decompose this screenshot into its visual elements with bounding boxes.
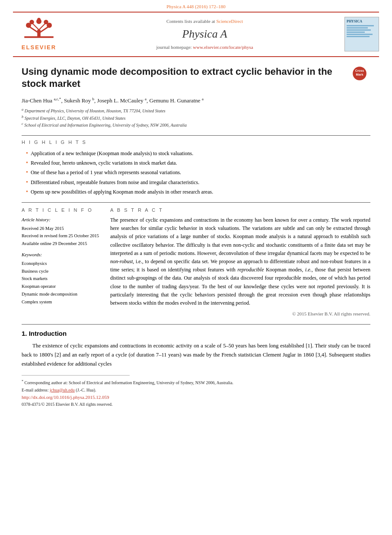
sup-a: a [22,108,23,111]
affil-b: b [92,97,95,101]
affiliation-a: a Department of Physics, University of H… [22,107,370,114]
abstract-column: A B S T R A C T The presence of cyclic e… [110,207,370,318]
elsevier-brand-text: ELSEVIER [22,44,56,51]
highlight-item-4: Differentiated robust, repeatable featur… [26,178,370,187]
keyword-2: Business cycle [22,268,102,275]
journal-header: ELSEVIER Contents lists available at Sci… [13,13,379,57]
date-received: Received 26 May 2015 [22,225,102,232]
svg-rect-1 [37,30,41,37]
author-email-link[interactable]: jchua@uh.edu [50,388,75,392]
footnote-corresponding-text: Corresponding author at: School of Elect… [25,381,234,385]
article-info-abstract-columns: A R T I C L E I N F O Article history: R… [22,207,370,318]
svg-point-10 [47,23,52,28]
highlight-item-1: Application of a new technique (Koopman … [26,149,370,158]
elsevier-tree-icon [22,17,56,43]
highlights-label: H I G H L I G H T S [22,139,370,146]
author-mccauley: Joseph L. McCauley a [97,97,147,104]
footnote-issn-line: 0378-4371/© 2015 Elsevier B.V. All right… [22,401,370,408]
doi-link[interactable]: http://dx.doi.org/10.1016/j.physa.2015.1… [22,395,109,400]
footnote-doi-line: http://dx.doi.org/10.1016/j.physa.2015.1… [22,394,370,401]
keyword-3: Stock markets [22,275,102,283]
intro-heading: 1. Introduction [22,329,370,338]
journal-citation: Physica A 448 (2016) 172–180 [166,4,225,9]
sciencedirect-link[interactable]: ScienceDirect [216,19,243,24]
journal-homepage-link[interactable]: www.elsevier.com/locate/physa [193,45,253,50]
affil-a2: a [145,97,147,101]
abstract-label: A B S T R A C T [110,207,370,213]
journal-citation-bar: Physica A 448 (2016) 172–180 [0,0,392,12]
email-suffix: (J.-C. Hua). [76,388,96,392]
affil-a3: a [202,97,204,101]
copyright-text: © 2015 Elsevier B.V. All rights reserved… [110,311,370,317]
intro-paragraph: The existence of cyclic expansions and c… [22,341,370,368]
keywords-heading: Keywords: [22,251,102,259]
date-online: Available online 29 December 2015 [22,240,102,248]
cover-line-1 [347,25,374,26]
highlight-item-2: Revealed four, hereto unknown, cyclic va… [26,158,370,168]
svg-point-7 [29,20,34,25]
affiliations-block: a Department of Physics, University of H… [22,107,370,128]
date-revised: Received in revised form 25 October 2015 [22,232,102,240]
cover-line-4 [347,32,365,33]
elsevier-logo: ELSEVIER [13,17,65,51]
sup-b: b [22,115,23,119]
sup-c: c [22,122,23,126]
author-jia-chen: Jia-Chen Hua a,c,* [22,97,61,104]
keyword-5: Dynamic mode decomposition [22,290,102,298]
page: Physica A 448 (2016) 172–180 [0,0,392,535]
affiliation-b: b Spectral Energies, LLC, Dayton, OH 454… [22,115,370,121]
footnote-email-line: E-mail address: jchua@uh.edu (J.-C. Hua)… [22,387,370,394]
article-title-row: Using dynamic mode decomposition to extr… [22,66,370,90]
journal-name: Physica A [65,26,344,42]
highlights-top-divider [22,135,370,136]
svg-text:Cross: Cross [355,69,364,73]
history-heading: Article history: [22,216,102,224]
cover-line-5 [347,34,373,35]
svg-point-11 [37,18,41,22]
cover-line-2 [347,27,368,29]
highlights-bottom-divider [22,202,370,203]
crossmark-icon: Cross Mark [352,66,367,81]
cover-line-3 [347,29,371,31]
authors-line: Jia-Chen Hua a,c,*, Sukesh Roy b, Joseph… [22,96,370,105]
main-content: Using dynamic mode decomposition to extr… [0,66,392,408]
journal-cover-thumbnail: PHYSICA [344,17,379,51]
keyword-4: Koopman operator [22,283,102,290]
keyword-1: Econophysics [22,260,102,268]
affil-a-c-star: a,c,* [54,97,61,101]
email-label: E-mail address: [22,388,48,392]
abstract-body: The presence of cyclic expansions and co… [110,216,370,307]
intro-text-body: The existence of cyclic expansions and c… [22,341,370,368]
keyword-6: Complex system [22,298,102,306]
author-sukesh: Sukesh Roy b [64,97,94,104]
article-dates: Received 26 May 2015 Received in revised… [22,225,102,248]
article-info-column: A R T I C L E I N F O Article history: R… [22,207,102,318]
introduction-section: 1. Introduction The existence of cyclic … [22,324,370,368]
highlight-item-5: Opens up new possibilities of applying K… [26,187,370,197]
svg-text:Mark: Mark [356,73,363,76]
cover-title: PHYSICA [347,19,362,24]
footnote-star-symbol: * [22,379,23,383]
article-history-section: Article history: Received 26 May 2015 Re… [22,216,102,306]
cover-decorative-lines [347,25,377,37]
journal-center-info: Contents lists available at ScienceDirec… [65,18,344,51]
highlight-item-3: One of these has a period of 1 year whic… [26,168,370,177]
cover-line-6 [347,36,370,37]
footnote-divider [22,375,130,376]
footnote-area: * Corresponding author at: School of Ele… [22,379,370,408]
homepage-line: journal homepage: www.elsevier.com/locat… [65,44,344,51]
contents-available-line: Contents lists available at ScienceDirec… [65,18,344,25]
article-info-label: A R T I C L E I N F O [22,207,102,213]
article-title-text: Using dynamic mode decomposition to extr… [22,66,349,90]
crossmark-badge: Cross Mark [349,66,370,83]
footnote-star-note: * Corresponding author at: School of Ele… [22,379,370,386]
keywords-list: Econophysics Business cycle Stock market… [22,260,102,306]
highlights-list: Application of a new technique (Koopman … [22,149,370,197]
author-gunaratne: Gemunu H. Gunaratne a [150,97,204,104]
affiliation-c: c School of Electrical and Information E… [22,121,370,128]
